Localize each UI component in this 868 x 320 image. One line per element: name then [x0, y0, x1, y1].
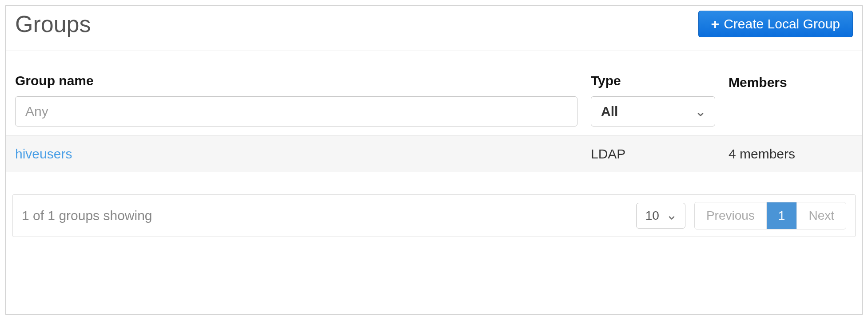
pager-page-1-button[interactable]: 1: [767, 202, 797, 229]
type-selected-value: All: [601, 104, 618, 119]
table-footer: 1 of 1 groups showing 10 Previous 1 Next: [12, 194, 856, 237]
group-type-cell: LDAP: [591, 146, 715, 162]
create-button-label: Create Local Group: [724, 16, 840, 32]
create-local-group-button[interactable]: + Create Local Group: [698, 11, 853, 37]
plus-icon: +: [711, 17, 720, 31]
groups-page: Groups + Create Local Group Group name T…: [5, 5, 863, 315]
page-size-value: 10: [645, 209, 659, 223]
row-count-status: 1 of 1 groups showing: [22, 208, 627, 223]
type-filter-select[interactable]: All: [591, 96, 715, 126]
chevron-down-icon: [667, 211, 676, 220]
column-members: Members: [729, 75, 853, 126]
table-row: hiveusers LDAP 4 members: [6, 136, 862, 172]
page-size-select[interactable]: 10: [636, 203, 685, 229]
pager-next-button[interactable]: Next: [797, 202, 846, 229]
group-members-cell: 4 members: [729, 146, 853, 162]
filter-row: Group name Type All Members: [6, 51, 862, 136]
pager-previous-button[interactable]: Previous: [695, 202, 767, 229]
page-header: Groups + Create Local Group: [6, 6, 862, 51]
group-name-link[interactable]: hiveusers: [15, 146, 577, 162]
page-title: Groups: [15, 11, 91, 37]
column-group-name: Group name: [15, 73, 577, 126]
group-name-label: Group name: [15, 73, 577, 88]
members-label: Members: [729, 75, 853, 90]
group-name-filter-input[interactable]: [15, 96, 577, 126]
type-label: Type: [591, 73, 715, 88]
column-type: Type All: [591, 73, 715, 126]
pagination: Previous 1 Next: [694, 202, 846, 229]
chevron-down-icon: [696, 107, 705, 116]
